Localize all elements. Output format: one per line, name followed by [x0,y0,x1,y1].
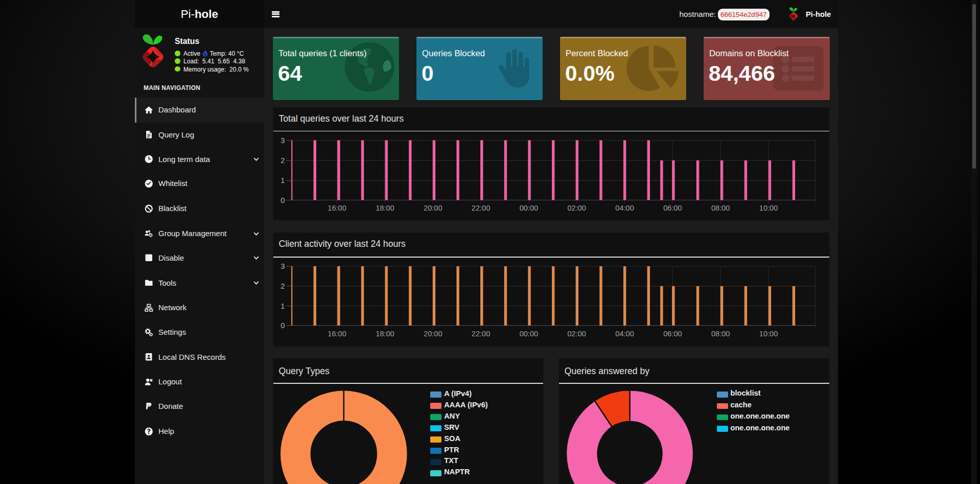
svg-text:20:00: 20:00 [424,330,442,338]
svg-text:10:00: 10:00 [759,204,778,212]
svg-text:06:00: 06:00 [663,204,682,212]
svg-text:02:00: 02:00 [567,330,586,338]
svg-text:02:00: 02:00 [567,204,586,212]
svg-text:1: 1 [281,302,285,310]
svg-text:1: 1 [281,176,285,185]
svg-text:04:00: 04:00 [615,204,634,212]
svg-text:00:00: 00:00 [519,204,538,212]
svg-text:18:00: 18:00 [376,330,394,338]
svg-text:22:00: 22:00 [472,204,491,212]
svg-text:16:00: 16:00 [328,204,346,212]
svg-text:0: 0 [281,196,285,204]
svg-text:20:00: 20:00 [424,204,442,212]
svg-text:3: 3 [281,262,285,270]
svg-text:10:00: 10:00 [759,330,778,338]
svg-text:3: 3 [281,136,285,145]
svg-text:04:00: 04:00 [615,330,634,338]
svg-text:2: 2 [281,282,285,290]
svg-text:22:00: 22:00 [472,330,491,338]
svg-text:08:00: 08:00 [711,204,730,212]
svg-text:0: 0 [281,321,285,330]
svg-text:06:00: 06:00 [663,330,682,338]
svg-text:18:00: 18:00 [376,204,394,212]
svg-text:2: 2 [281,156,285,165]
svg-text:16:00: 16:00 [328,330,346,338]
svg-text:08:00: 08:00 [711,330,730,338]
svg-text:00:00: 00:00 [519,330,538,338]
